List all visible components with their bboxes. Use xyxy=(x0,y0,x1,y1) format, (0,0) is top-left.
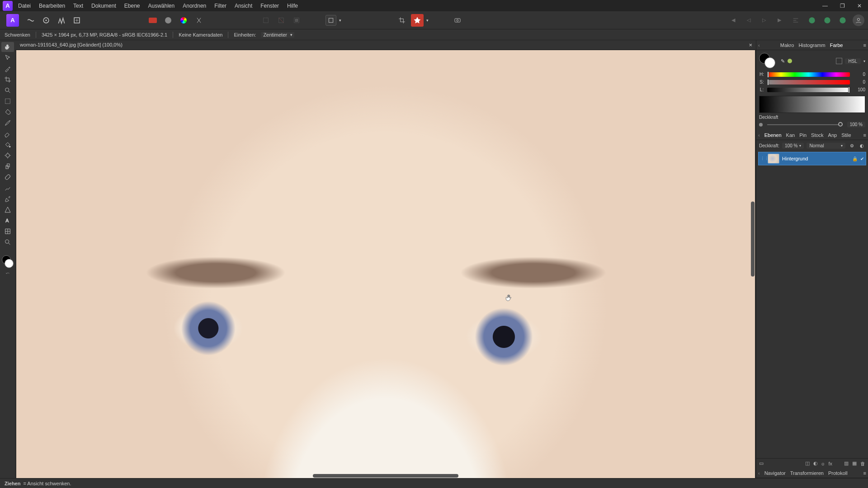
tab-ebenen[interactable]: Ebenen xyxy=(764,132,782,138)
select-all-icon[interactable] xyxy=(259,14,272,27)
tab-pinsel[interactable]: Pin xyxy=(799,132,807,138)
layer-row[interactable]: ⋮⋮ Hintergrund 🔒 ✔ xyxy=(758,152,866,165)
menu-hilfe[interactable]: Hilfe xyxy=(287,3,298,9)
tab-transformieren[interactable]: Transformieren xyxy=(790,470,824,476)
marquee-tool-icon[interactable] xyxy=(1,96,14,106)
crop-tool-icon[interactable] xyxy=(1,75,14,84)
text-tool-icon[interactable]: A xyxy=(1,216,14,225)
align-icon[interactable] xyxy=(789,14,802,27)
layer-opacity-select[interactable]: 100 %▾ xyxy=(782,143,804,149)
add-live-filter-icon[interactable]: ⌾ xyxy=(821,461,825,466)
layer-edit-all-icon[interactable]: ▭ xyxy=(759,460,764,466)
account-avatar-icon[interactable] xyxy=(853,14,864,26)
pen-tool-icon[interactable] xyxy=(1,194,14,204)
hue-slider[interactable] xyxy=(767,72,850,77)
canvas[interactable] xyxy=(16,50,755,478)
panel-collapse-mid-icon[interactable]: ‹ xyxy=(758,132,760,138)
layer-visible-icon[interactable]: ✔ xyxy=(860,156,864,161)
canvas-scrollbar-horizontal[interactable] xyxy=(22,474,750,478)
menu-datei[interactable]: Datei xyxy=(18,3,31,9)
blend-mode-select[interactable]: Normal▾ xyxy=(807,143,845,149)
opacity-value[interactable]: 100 % xyxy=(847,122,865,127)
healing-tool-icon[interactable] xyxy=(1,172,14,182)
color-wells[interactable] xyxy=(759,53,777,69)
layer-settings-icon[interactable]: ⚙ xyxy=(848,142,855,149)
menu-fenster[interactable]: Fenster xyxy=(260,3,279,9)
arrange-backward-icon[interactable]: ◁ xyxy=(742,14,755,27)
color-swatches[interactable] xyxy=(2,255,14,269)
crop-tool-icon[interactable] xyxy=(396,14,408,27)
saturation-slider[interactable] xyxy=(767,80,850,84)
add-mask-icon[interactable]: ◫ xyxy=(805,460,810,466)
preview-icon[interactable] xyxy=(451,14,464,27)
menu-text[interactable]: Text xyxy=(73,3,83,9)
color-model-select[interactable]: HSL xyxy=(845,58,861,64)
color-preview-gradient[interactable] xyxy=(759,96,865,113)
sat-value[interactable]: 0 xyxy=(853,80,865,84)
eyedropper-icon[interactable]: ✎ xyxy=(781,58,785,64)
tab-stile[interactable]: Stile xyxy=(841,132,851,138)
tab-navigator[interactable]: Navigator xyxy=(764,470,786,476)
color-mode-toggle-icon[interactable] xyxy=(836,58,842,64)
autolevels-icon[interactable] xyxy=(193,14,205,27)
luminosity-slider[interactable] xyxy=(767,88,850,92)
mesh-warp-tool-icon[interactable] xyxy=(1,226,14,236)
hue-value[interactable]: 0 xyxy=(853,72,865,77)
panel-collapse-icon[interactable]: ‹ xyxy=(758,42,760,48)
panel-collapse-bottom-icon[interactable]: ‹ xyxy=(758,470,760,476)
persona-tone-mapping-icon[interactable] xyxy=(55,14,68,27)
swap-colors-icon[interactable]: ⤺ xyxy=(1,270,14,276)
units-select[interactable]: Zentimeter xyxy=(261,32,294,38)
arrange-forward-icon[interactable]: ▷ xyxy=(758,14,770,27)
invert-selection-icon[interactable] xyxy=(290,14,303,27)
persona-export-icon[interactable] xyxy=(71,14,83,27)
layer-thumbnail[interactable] xyxy=(768,154,779,164)
quickmask-dropdown[interactable]: ▾ xyxy=(326,15,341,26)
lum-value[interactable]: 100 xyxy=(853,87,865,92)
assistant-icon[interactable] xyxy=(411,14,424,27)
move-tool-icon[interactable] xyxy=(1,53,14,63)
group-layers-icon[interactable]: ▥ xyxy=(844,460,849,466)
color-picker-tool-icon[interactable] xyxy=(1,64,14,74)
delete-layer-icon[interactable]: 🗑 xyxy=(860,461,865,466)
sync-cloud-icon[interactable] xyxy=(836,14,849,27)
shape-tool-icon[interactable] xyxy=(1,205,14,215)
menu-bearbeiten[interactable]: Bearbeiten xyxy=(39,3,65,9)
dodge-tool-icon[interactable] xyxy=(1,150,14,160)
tab-farbe[interactable]: Farbe xyxy=(830,42,843,48)
view-hand-tool-icon[interactable] xyxy=(1,42,14,52)
tab-kanaele[interactable]: Kan xyxy=(786,132,795,138)
panel-menu-icon[interactable]: ≡ xyxy=(863,42,866,48)
swatch-red-icon[interactable] xyxy=(146,14,159,27)
menu-filter[interactable]: Filter xyxy=(214,3,226,9)
tab-stock[interactable]: Stock xyxy=(811,132,824,138)
tab-makro[interactable]: Makro xyxy=(780,42,794,48)
layer-lock-icon[interactable]: 🔒 xyxy=(852,156,858,161)
add-adjustment-icon[interactable]: ◐ xyxy=(813,460,818,466)
noise-color-icon[interactable] xyxy=(788,59,792,63)
add-pixel-layer-icon[interactable]: ▦ xyxy=(852,460,857,466)
tab-histogramm[interactable]: Histogramm xyxy=(798,42,825,48)
persona-liquify-icon[interactable] xyxy=(24,14,37,27)
panel-bottom-menu-icon[interactable]: ≡ xyxy=(863,470,866,476)
panel-mid-menu-icon[interactable]: ≡ xyxy=(863,132,866,138)
persona-develop-icon[interactable] xyxy=(40,14,52,27)
sync-settings-icon[interactable] xyxy=(821,14,834,27)
flood-select-tool-icon[interactable] xyxy=(1,107,14,117)
erase-tool-icon[interactable] xyxy=(1,129,14,139)
arrange-back-icon[interactable]: ◀ xyxy=(727,14,740,27)
document-tab[interactable]: woman-1919143_640.jpg [Geändert] (100,0%… xyxy=(18,42,124,47)
layer-name[interactable]: Hintergrund xyxy=(782,156,808,161)
close-button[interactable]: ✕ xyxy=(851,0,868,11)
tab-protokoll[interactable]: Protokoll xyxy=(828,470,848,476)
menu-anordnen[interactable]: Anordnen xyxy=(183,3,206,9)
add-fx-icon[interactable]: fx xyxy=(828,461,832,466)
layer-grip-icon[interactable]: ⋮⋮ xyxy=(760,156,765,161)
inpainting-tool-icon[interactable] xyxy=(1,183,14,193)
menu-ansicht[interactable]: Ansicht xyxy=(235,3,252,9)
tab-anpassung[interactable]: Anp xyxy=(828,132,837,138)
fill-tool-icon[interactable] xyxy=(1,140,14,150)
menu-dokument[interactable]: Dokument xyxy=(91,3,116,9)
persona-photo-icon[interactable]: A xyxy=(6,14,19,27)
zoom-tool-icon[interactable] xyxy=(1,237,14,247)
